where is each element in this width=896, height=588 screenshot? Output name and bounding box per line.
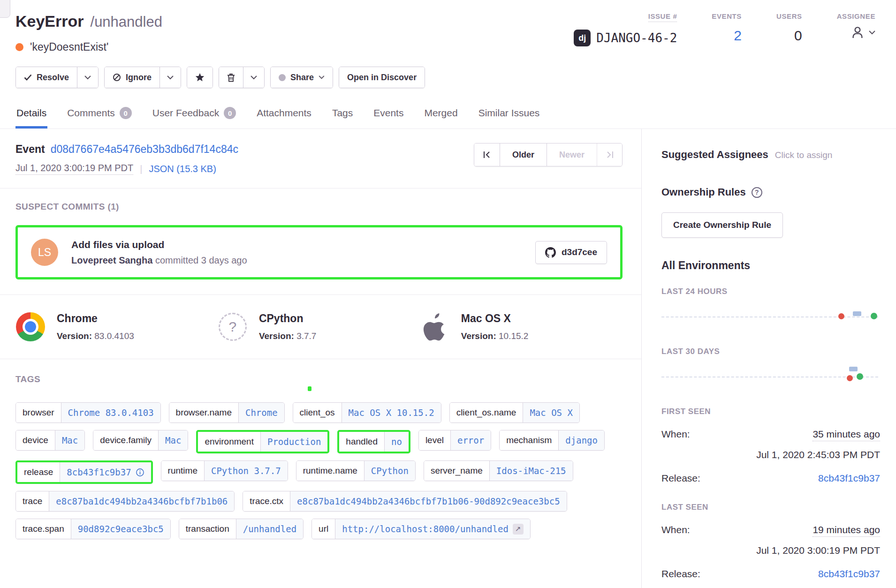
last-30-days-sparkline[interactable] xyxy=(661,361,880,392)
spike-marker-red xyxy=(838,313,844,319)
last-seen-date: Jul 1, 2020 3:00:19 PM PDT xyxy=(661,545,880,556)
external-link-icon[interactable]: ↗ xyxy=(513,524,524,535)
tag-pill-release: release8cb43f1c9b37 xyxy=(15,460,153,484)
tag-value-link[interactable]: no xyxy=(384,432,409,452)
create-ownership-rule-button[interactable]: Create Ownership Rule xyxy=(661,212,783,238)
first-seen-label: FIRST SEEN xyxy=(661,407,880,416)
newest-event-button[interactable] xyxy=(597,143,622,166)
project-link[interactable]: dj DJANGO-46-2 xyxy=(574,30,677,46)
tag-value-link[interactable]: Production xyxy=(260,432,327,452)
tag-value-link[interactable]: Chrome 83.0.4103 xyxy=(61,403,160,422)
event-contexts-section: Chrome Version: 83.0.4103 ? CPython Vers… xyxy=(0,295,641,359)
highlight-artifact xyxy=(308,386,311,391)
help-icon[interactable]: ? xyxy=(752,187,762,198)
when-label: When: xyxy=(661,524,690,535)
tab-comments[interactable]: Comments0 xyxy=(66,104,133,128)
tags-list: browserChrome 83.0.4103browser.nameChrom… xyxy=(15,402,623,539)
stat-users: USERS 0 xyxy=(776,12,802,53)
tag-value-link[interactable]: Chrome xyxy=(238,403,284,422)
open-in-discover-button[interactable]: Open in Discover xyxy=(339,67,425,88)
tag-value-link[interactable]: e8c87ba1dc494bb2a4346bcfbf7b1b06 xyxy=(49,491,234,511)
tab-similar-issues[interactable]: Similar Issues xyxy=(478,104,541,128)
tab-user-feedback[interactable]: User Feedback0 xyxy=(152,104,237,128)
delete-dropdown-button[interactable] xyxy=(243,67,264,88)
oldest-event-button[interactable] xyxy=(474,143,500,166)
first-seen-release-link[interactable]: 8cb43f1c9b37 xyxy=(818,473,880,484)
ignore-dropdown-button[interactable] xyxy=(159,67,181,88)
chrome-icon xyxy=(16,312,45,341)
commit-sha-button[interactable]: d3d7cee xyxy=(535,241,607,264)
share-status-icon xyxy=(279,74,286,81)
tag-value-link[interactable]: Mac OS X xyxy=(523,403,579,422)
share-button[interactable]: Share xyxy=(271,67,333,88)
tag-key: environment xyxy=(198,432,260,452)
page-subtitle: /unhandled xyxy=(91,14,162,30)
context-version: Version: 10.15.2 xyxy=(461,331,529,341)
tag-value-link[interactable]: Mac OS X 10.15.2 xyxy=(342,403,441,422)
tag-key: server_name xyxy=(424,461,489,481)
tab-attachments[interactable]: Attachments xyxy=(256,104,312,128)
resolve-dropdown-button[interactable] xyxy=(77,67,98,88)
ignore-button[interactable]: Ignore xyxy=(105,67,159,88)
spike-marker-red xyxy=(847,375,853,381)
tag-value-link[interactable]: 90d892c9eace3bc5 xyxy=(71,519,170,539)
latest-marker-green xyxy=(871,313,877,319)
tag-value-link[interactable]: /unhandled xyxy=(236,519,303,539)
release-label: Release: xyxy=(661,568,700,580)
star-icon xyxy=(195,73,205,82)
resolve-button[interactable]: Resolve xyxy=(16,67,77,88)
older-event-button[interactable]: Older xyxy=(500,143,547,166)
tag-value-link[interactable]: Mac xyxy=(158,430,188,450)
issue-stats: ISSUE # dj DJANGO-46-2 EVENTS 2 USERS 0 … xyxy=(574,12,877,53)
users-count[interactable]: 0 xyxy=(794,28,802,44)
context-name: CPython xyxy=(259,312,317,325)
tag-value-link[interactable]: 8cb43f1c9b37 xyxy=(60,462,151,482)
tag-value-link[interactable]: Idos-iMac-215 xyxy=(489,461,573,481)
latest-marker-green xyxy=(857,373,863,380)
tab-tags[interactable]: Tags xyxy=(331,104,354,128)
tag-value-link[interactable]: CPython 3.7.7 xyxy=(204,461,288,481)
tab-events[interactable]: Events xyxy=(372,104,404,128)
assignee-dropdown[interactable] xyxy=(850,25,875,40)
tag-key: runtime.name xyxy=(296,461,364,481)
action-toolbar: Resolve Ignore xyxy=(15,67,896,88)
project-short-id: DJANGO-46-2 xyxy=(596,31,677,45)
tag-key: trace xyxy=(16,491,49,511)
tab-merged[interactable]: Merged xyxy=(423,104,458,128)
commit-time-text: committed 3 days ago xyxy=(155,255,247,265)
event-id-link[interactable]: d08d7667e4a5476eb3b3db6d7f14c84c xyxy=(51,143,238,156)
suspect-commits-section: SUSPECT COMMITS (1) LS Add files via upl… xyxy=(0,188,641,295)
last-seen-relative[interactable]: 19 minutes ago xyxy=(812,524,880,537)
tag-key: client_os xyxy=(293,403,342,422)
context-runtime: ? CPython Version: 3.7.7 xyxy=(218,312,420,342)
delete-button[interactable] xyxy=(219,67,243,88)
event-json-link[interactable]: JSON (15.3 KB) xyxy=(149,164,216,174)
tag-value-link[interactable]: django xyxy=(558,430,604,450)
events-count[interactable]: 2 xyxy=(734,28,742,44)
tag-value-link[interactable]: error xyxy=(450,430,491,450)
bookmark-star-button[interactable] xyxy=(187,67,213,88)
error-level-dot xyxy=(15,43,23,51)
last-seen-release-link[interactable]: 8cb43f1c9b37 xyxy=(818,568,880,580)
context-name: Mac OS X xyxy=(461,312,529,325)
info-icon[interactable] xyxy=(136,468,144,477)
context-browser: Chrome Version: 83.0.4103 xyxy=(15,312,218,342)
first-seen-relative[interactable]: 35 minutes ago xyxy=(812,429,880,441)
click-to-assign-hint: Click to assign xyxy=(775,150,833,160)
tag-value-link[interactable]: Mac xyxy=(55,430,84,450)
suggested-assignees-title: Suggested Assignees xyxy=(661,149,768,161)
tag-value-link[interactable]: http://localhost:8000/unhandled↗ xyxy=(335,519,530,539)
tag-pill-trace.ctx: trace.ctxe8c87ba1dc494bb2a4346bcfbf7b1b0… xyxy=(243,491,567,512)
tag-key: trace.ctx xyxy=(243,491,290,511)
all-environments-title: All Environments xyxy=(661,259,880,272)
context-version: Version: 3.7.7 xyxy=(259,331,317,341)
tag-value-link[interactable]: CPython xyxy=(364,461,415,481)
event-timestamp[interactable]: Jul 1, 2020 3:00:19 PM PDT xyxy=(15,163,133,175)
commit-title: Add files via upload xyxy=(71,239,535,250)
release-label: Release: xyxy=(661,473,700,484)
apple-icon xyxy=(423,312,447,341)
tag-value-link[interactable]: e8c87ba1dc494bb2a4346bcfbf7b1b06-90d892c… xyxy=(290,491,567,511)
newer-event-button[interactable]: Newer xyxy=(547,143,597,166)
tab-details[interactable]: Details xyxy=(15,104,47,128)
last-24-hours-sparkline[interactable] xyxy=(661,301,880,332)
